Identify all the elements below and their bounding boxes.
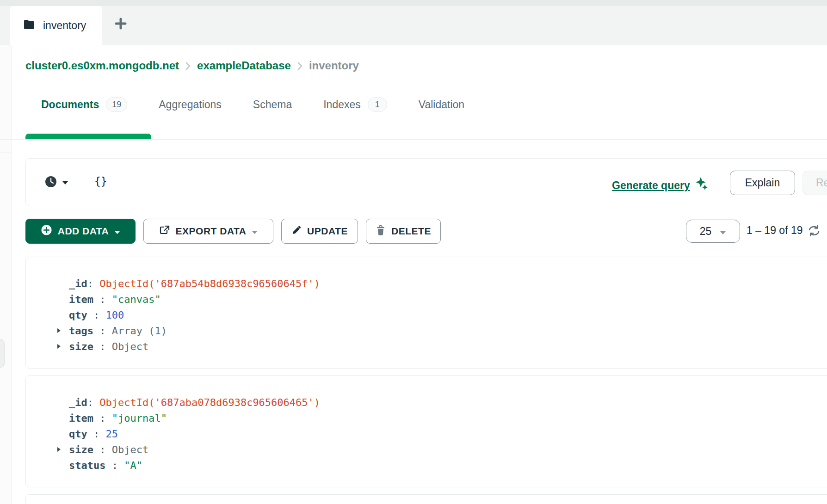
- document-field-row: qty : 100: [69, 307, 827, 323]
- tabs-divider: [0, 139, 827, 140]
- tab-documents[interactable]: Documents 19: [25, 97, 143, 112]
- breadcrumb-database[interactable]: exampleDatabase: [197, 59, 291, 72]
- field-value: "canvas": [112, 294, 161, 305]
- sparkle-icon: [695, 176, 709, 195]
- field-separator: :: [105, 460, 124, 471]
- folder-icon: [23, 19, 35, 31]
- indexes-count-badge: 1: [368, 97, 387, 112]
- page-size-value: 25: [700, 225, 712, 238]
- collapsed-sidebar-rail: [0, 45, 12, 504]
- document-card[interactable]: _id : ObjectId('687aba078d6938c965606466…: [25, 494, 827, 504]
- query-history-button[interactable]: [44, 175, 68, 190]
- document-field-row: _id : ObjectId('687aba078d6938c965606465…: [69, 394, 827, 410]
- crud-toolbar: ADD DATA EXPORT DATA UPDATE: [0, 219, 827, 244]
- refresh-button[interactable]: [806, 223, 822, 240]
- field-key: qty: [69, 309, 87, 321]
- generate-query-label: Generate query: [612, 179, 690, 192]
- workspace-tab-label: inventory: [43, 19, 86, 32]
- field-key: qty: [69, 428, 87, 440]
- field-key: tags: [69, 325, 93, 337]
- delete-button[interactable]: DELETE: [366, 219, 441, 244]
- field-value: "A": [124, 460, 142, 471]
- query-filter-input[interactable]: {}: [94, 175, 107, 187]
- trash-icon: [376, 225, 386, 238]
- field-separator: :: [93, 341, 112, 352]
- document-field-row: item : "journal": [69, 410, 827, 426]
- tab-validation[interactable]: Validation: [403, 98, 480, 111]
- page-size-select[interactable]: 25: [686, 220, 740, 243]
- field-key: size: [69, 341, 93, 352]
- tab-validation-label: Validation: [419, 98, 464, 111]
- document-field-row: qty : 25: [69, 426, 827, 442]
- field-value: Object: [112, 444, 148, 455]
- tab-schema-label: Schema: [253, 98, 292, 111]
- field-key: status: [69, 460, 105, 471]
- collection-tabs: Documents 19 Aggregations Schema Indexes…: [25, 94, 480, 115]
- pencil-icon: [291, 225, 302, 238]
- expand-caret-icon[interactable]: [56, 343, 69, 350]
- breadcrumb: cluster0.es0xm.mongodb.net exampleDataba…: [25, 59, 359, 72]
- field-value: 25: [106, 428, 118, 440]
- document-field-row: status : "A": [69, 457, 827, 473]
- workspace-tab-inventory[interactable]: inventory: [10, 6, 102, 45]
- tab-schema[interactable]: Schema: [237, 98, 308, 111]
- update-button[interactable]: UPDATE: [281, 219, 358, 244]
- field-value: ObjectId('687ab54b8d6938c96560645f'): [99, 278, 320, 289]
- refresh-icon: [807, 224, 821, 239]
- chevron-right-icon: [185, 61, 191, 71]
- tab-aggregations[interactable]: Aggregations: [143, 98, 237, 111]
- field-value: Array (1): [112, 325, 167, 337]
- document-field-row: _id : ObjectId('687ab54b8d6938c96560645f…: [69, 276, 827, 291]
- explain-button-label: Explain: [745, 177, 780, 189]
- reset-button-label: Reset: [816, 177, 827, 189]
- document-card[interactable]: _id : ObjectId('687aba078d6938c965606465…: [25, 375, 827, 487]
- field-value: ObjectId('687aba078d6938c965606465'): [99, 397, 320, 408]
- plus-icon: [114, 17, 127, 32]
- update-label: UPDATE: [307, 226, 348, 237]
- tab-aggregations-label: Aggregations: [159, 98, 222, 111]
- document-field-row: size : Object: [69, 442, 827, 457]
- tab-indexes[interactable]: Indexes 1: [308, 97, 403, 112]
- field-separator: :: [87, 428, 106, 440]
- export-data-label: EXPORT DATA: [176, 226, 247, 237]
- document-field-row: size : Object: [69, 338, 827, 354]
- field-separator: :: [87, 278, 100, 289]
- field-separator: :: [93, 412, 112, 424]
- query-bar: {} Generate query Explain Reset: [25, 158, 827, 206]
- clock-history-icon: [44, 175, 57, 190]
- caret-down-icon: [114, 226, 120, 237]
- breadcrumb-cluster[interactable]: cluster0.es0xm.mongodb.net: [25, 59, 179, 72]
- workspace-tabbar: inventory: [0, 0, 827, 45]
- chevron-right-icon: [297, 61, 303, 71]
- document-field-row: tags : Array (1): [69, 323, 827, 338]
- caret-down-icon: [62, 178, 68, 187]
- field-key: _id: [69, 278, 87, 289]
- reset-button[interactable]: Reset: [802, 171, 827, 195]
- sidebar-resize-handle[interactable]: [0, 339, 5, 368]
- add-data-button[interactable]: ADD DATA: [25, 219, 136, 244]
- caret-down-icon: [720, 225, 726, 238]
- caret-down-icon: [252, 226, 258, 237]
- field-separator: :: [93, 444, 112, 455]
- breadcrumb-collection: inventory: [309, 59, 359, 72]
- expand-caret-icon[interactable]: [56, 327, 69, 334]
- document-list: _id : ObjectId('687ab54b8d6938c96560645f…: [25, 257, 827, 504]
- field-separator: :: [93, 325, 112, 337]
- explain-button[interactable]: Explain: [730, 171, 795, 195]
- pagination-range: 1 – 19 of 19: [747, 224, 803, 237]
- field-separator: :: [87, 309, 106, 321]
- document-card[interactable]: _id : ObjectId('687ab54b8d6938c96560645f…: [25, 257, 827, 369]
- field-value: 100: [106, 309, 124, 321]
- expand-caret-icon[interactable]: [56, 446, 69, 453]
- field-key: _id: [69, 397, 87, 408]
- export-data-button[interactable]: EXPORT DATA: [143, 219, 273, 244]
- add-data-label: ADD DATA: [58, 226, 109, 237]
- field-separator: :: [87, 397, 100, 408]
- field-value: Object: [112, 341, 148, 352]
- new-tab-button[interactable]: [109, 13, 132, 36]
- tabbar-top-strip: [0, 0, 827, 6]
- field-key: item: [69, 294, 93, 305]
- documents-count-badge: 19: [106, 97, 127, 112]
- generate-query-link[interactable]: Generate query: [612, 176, 709, 195]
- rail-divider: [0, 153, 11, 153]
